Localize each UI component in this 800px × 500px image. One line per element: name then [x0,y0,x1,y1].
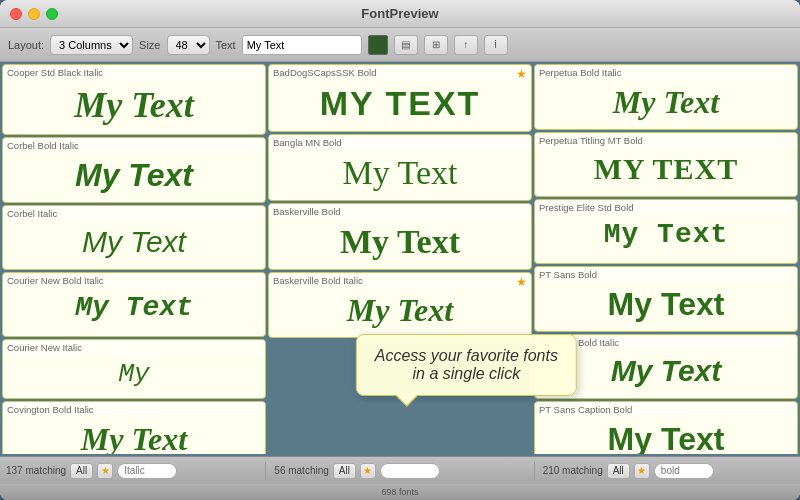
col2-search[interactable] [380,463,440,479]
col3-all-button[interactable]: All [607,463,630,479]
font-name-perpetua-titling: Perpetua Titling MT Bold [535,133,797,148]
close-button[interactable] [10,8,22,20]
font-preview-courier: My [3,355,265,397]
font-card-baddog[interactable]: BadDogSCapsSSK Bold ★ My Text [268,64,532,132]
info-button[interactable]: i [484,35,508,55]
titlebar: FontPreview [0,0,800,28]
font-name-pt-sans: PT Sans Bold [535,267,797,282]
layout-label: Layout: [8,39,44,51]
font-preview-bangla: My Text [269,150,531,200]
font-text-covington: My Text [81,421,187,454]
view-button[interactable]: ⊞ [424,35,448,55]
font-preview-baskerville: My Text [269,219,531,269]
col1-star-button[interactable]: ★ [97,463,113,479]
font-preview-baddog: My Text [269,80,531,131]
preview-text-input[interactable] [242,35,362,55]
col1-search[interactable] [117,463,177,479]
font-text-baskerville-italic: My Text [347,292,453,329]
column-1: Cooper Std Black Italic My Text Corbel B… [2,64,266,454]
font-preview-perpetua-titling: MY TEXT [535,148,797,194]
tooltip-line2: in a single click [375,365,558,383]
font-card-corbel[interactable]: Corbel Italic My Text [2,205,266,270]
total-fonts-text: 698 fonts [0,487,800,497]
font-preview-pt-sans: My Text [535,282,797,331]
font-preview-pt-caption: My Text [535,417,797,454]
tooltip-overlay: Access your favorite fonts in a single c… [356,334,577,396]
col2-star-button[interactable]: ★ [360,463,376,479]
size-label: Size [139,39,160,51]
window-title: FontPreview [361,6,438,21]
font-card-pt-sans[interactable]: PT Sans Bold My Text [534,266,798,332]
main-content: Cooper Std Black Italic My Text Corbel B… [0,62,800,456]
text-label: Text [216,39,236,51]
col2-matching: 56 matching [274,465,328,476]
font-preview-baskerville-italic: My Text [269,288,531,337]
font-text-courier: My [118,359,149,389]
font-text-pt-caption: My Text [608,421,725,454]
col3-search[interactable] [654,463,714,479]
toolbar: Layout: 3 Columns 2 Columns 1 Column Siz… [0,28,800,62]
font-text-courier-bold: My Text [75,292,193,323]
font-card-pt-caption[interactable]: PT Sans Caption Bold My Text [534,401,798,454]
status-col2: 56 matching All ★ [274,463,525,479]
font-card-perpetua[interactable]: Perpetua Bold Italic My Text [534,64,798,130]
share-button[interactable]: ↑ [454,35,478,55]
font-preview-perpetua: My Text [535,80,797,129]
font-name-corbel: Corbel Italic [3,206,265,221]
font-text-pt-sans-italic: My Text [611,354,722,388]
col3-matching: 210 matching [543,465,603,476]
font-card-baskerville-italic[interactable]: Baskerville Bold Italic ★ My Text [268,272,532,338]
font-card-courier-bold[interactable]: Courier New Bold Italic My Text [2,272,266,337]
font-card-cooper[interactable]: Cooper Std Black Italic My Text [2,64,266,135]
font-preview-covington: My Text [3,417,265,454]
color-button[interactable] [368,35,388,55]
statusbar: 137 matching All ★ 56 matching All ★ 210… [0,456,800,484]
font-preview-prestige: My Text [535,215,797,258]
star-icon-baskerville[interactable]: ★ [516,275,527,289]
font-name-baddog: BadDogSCapsSSK Bold [269,65,531,80]
font-text-prestige: My Text [604,219,729,250]
font-name-prestige: Prestige Elite Std Bold [535,200,797,215]
layout-select[interactable]: 3 Columns 2 Columns 1 Column [50,35,133,55]
font-text-baskerville: My Text [340,223,460,261]
font-name-covington: Covington Bold Italic [3,402,265,417]
font-name-cooper: Cooper Std Black Italic [3,65,265,80]
font-card-courier[interactable]: Courier New Italic My [2,339,266,399]
font-card-perpetua-titling[interactable]: Perpetua Titling MT Bold MY TEXT [534,132,798,197]
status-divider-2 [534,462,535,480]
font-name-courier: Courier New Italic [3,340,265,355]
col1-scroll[interactable]: Cooper Std Black Italic My Text Corbel B… [2,64,266,454]
font-preview-courier-bold: My Text [3,288,265,331]
tooltip-line1: Access your favorite fonts [375,347,558,365]
font-text-cooper: My Text [74,84,194,126]
font-card-bangla[interactable]: Bangla MN Bold My Text [268,134,532,201]
col3-star-button[interactable]: ★ [634,463,650,479]
status-col3: 210 matching All ★ [543,463,794,479]
font-preview-corbel: My Text [3,221,265,267]
font-name-baskerville-italic: Baskerville Bold Italic [269,273,531,288]
font-text-corbel: My Text [82,225,186,259]
font-name-corbel-bold: Corbel Bold Italic [3,138,265,153]
font-text-baddog: My Text [320,84,481,123]
status-divider-1 [265,462,266,480]
minimize-button[interactable] [28,8,40,20]
font-card-corbel-bold[interactable]: Corbel Bold Italic My Text [2,137,266,203]
traffic-lights [10,8,58,20]
size-select[interactable]: 48 36 24 [167,35,210,55]
maximize-button[interactable] [46,8,58,20]
total-fonts-bar: 698 fonts [0,484,800,500]
col2-all-button[interactable]: All [333,463,356,479]
font-card-covington[interactable]: Covington Bold Italic My Text [2,401,266,454]
font-text-pt-sans: My Text [608,286,725,323]
col1-all-button[interactable]: All [70,463,93,479]
star-icon-baddog[interactable]: ★ [516,67,527,81]
font-card-prestige[interactable]: Prestige Elite Std Bold My Text [534,199,798,264]
font-card-baskerville[interactable]: Baskerville Bold My Text [268,203,532,270]
font-text-corbel-bold: My Text [75,157,193,194]
font-text-perpetua: My Text [613,84,719,121]
font-text-perpetua-titling: MY TEXT [594,152,739,186]
font-name-pt-caption: PT Sans Caption Bold [535,402,797,417]
bg-color-button[interactable]: ▤ [394,35,418,55]
app-window: FontPreview Layout: 3 Columns 2 Columns … [0,0,800,500]
tooltip-box: Access your favorite fonts in a single c… [356,334,577,396]
